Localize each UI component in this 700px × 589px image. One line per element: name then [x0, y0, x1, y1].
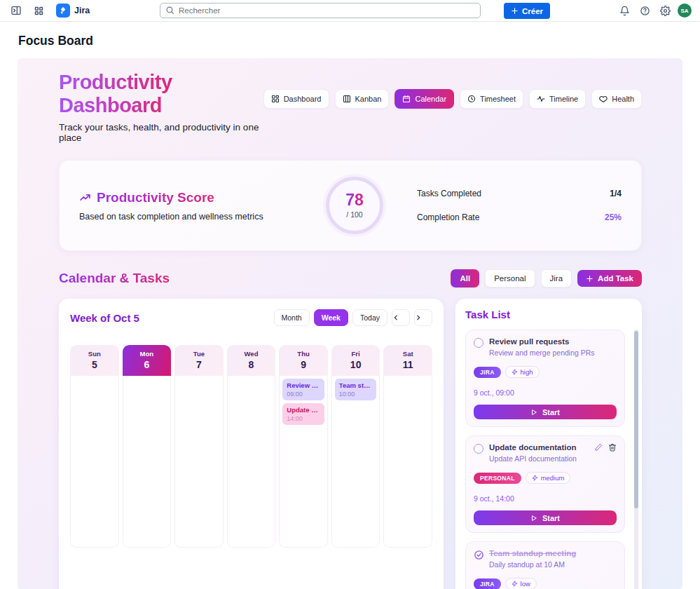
calendar-event[interactable]: Review pull requests 09:00: [282, 379, 324, 400]
event-title: Team standup meeting: [339, 381, 373, 389]
event-time: 10:00: [339, 391, 373, 398]
dashboard-container: Productivity Dashboard Track your tasks,…: [18, 58, 682, 589]
prev-week-button[interactable]: [392, 309, 410, 326]
day-column-thu: Thu 9 Review pull requests 09:00 Update …: [279, 345, 328, 548]
task-priority-badge: low: [505, 578, 537, 589]
next-week-button[interactable]: [414, 309, 432, 326]
day-column-wed: Wed 8: [227, 345, 276, 548]
day-number: 9: [279, 359, 328, 370]
tab-dashboard[interactable]: Dashboard: [263, 89, 329, 109]
day-body[interactable]: Review pull requests 09:00 Update docume…: [279, 376, 328, 548]
add-task-label: Add Task: [598, 274, 633, 283]
view-month-button[interactable]: Month: [274, 309, 310, 326]
task-list-scroll-area[interactable]: Review pull requests Review and merge pe…: [465, 330, 632, 589]
chevron-right-icon: [415, 314, 432, 321]
score-title: Productivity Score: [97, 190, 214, 205]
day-body[interactable]: Team standup meeting 10:00: [331, 376, 380, 548]
page-title: Focus Board: [18, 34, 700, 48]
help-button[interactable]: [637, 3, 652, 18]
start-label: Start: [542, 514, 560, 522]
day-number: 6: [123, 359, 172, 370]
calendar-event[interactable]: Team standup meeting 10:00: [335, 379, 377, 400]
day-body[interactable]: [123, 376, 172, 548]
day-header[interactable]: Fri 10: [331, 345, 380, 376]
metric-value: 1/4: [610, 189, 622, 198]
filter-jira[interactable]: Jira: [541, 269, 572, 287]
productivity-score-card: Productivity Score Based on task complet…: [59, 160, 642, 251]
plus-icon: [586, 275, 593, 283]
tab-label: Kanban: [355, 95, 382, 103]
day-header[interactable]: Tue 7: [174, 345, 224, 376]
help-icon: [640, 6, 650, 16]
user-avatar[interactable]: SA: [678, 4, 692, 18]
jira-home-link[interactable]: Jira: [53, 2, 92, 19]
task-title: Team standup meeting: [489, 549, 617, 557]
task-list-scrollbar-track[interactable]: [634, 330, 638, 589]
task-checkbox[interactable]: [474, 444, 483, 454]
task-priority-badge: medium: [526, 472, 571, 484]
event-title: Review pull requests: [287, 381, 320, 389]
day-column-fri: Fri 10 Team standup meeting 10:00: [331, 345, 380, 548]
settings-button[interactable]: [657, 3, 673, 18]
tab-timeline[interactable]: Timeline: [529, 89, 586, 109]
tab-label: Timesheet: [480, 95, 516, 103]
edit-task-button[interactable]: [594, 443, 603, 463]
activity-icon: [537, 95, 545, 103]
dashboard-title: Productivity Dashboard: [59, 71, 263, 117]
app-switcher-button[interactable]: [31, 3, 46, 18]
start-task-button[interactable]: Start: [474, 510, 617, 525]
day-name: Mon: [123, 350, 172, 358]
day-header[interactable]: Sat 11: [383, 345, 432, 376]
priority-label: high: [521, 368, 533, 376]
day-header[interactable]: Thu 9: [279, 345, 328, 376]
filter-all[interactable]: All: [451, 269, 479, 287]
tab-health[interactable]: Health: [591, 89, 642, 109]
tab-label: Dashboard: [284, 95, 322, 103]
view-week-button[interactable]: Week: [314, 309, 348, 326]
task-checkbox-checked[interactable]: [474, 550, 483, 560]
global-search: [160, 3, 481, 18]
day-name: Thu: [279, 350, 328, 358]
day-body[interactable]: [383, 376, 432, 548]
check-circle-icon: [474, 550, 483, 560]
task-date: 9 oct., 09:00: [474, 388, 617, 397]
sidebar-toggle-button[interactable]: [8, 3, 24, 18]
day-column-sat: Sat 11: [383, 345, 432, 548]
calendar-card: Week of Oct 5 Month Week Today Sun: [59, 299, 444, 589]
score-subtitle: Based on task completion and wellness me…: [79, 212, 326, 222]
day-body[interactable]: [70, 376, 119, 548]
create-button-label: Créer: [522, 7, 543, 15]
add-task-button[interactable]: Add Task: [577, 270, 642, 287]
filter-personal[interactable]: Personal: [485, 269, 535, 287]
week-title: Week of Oct 5: [70, 312, 139, 324]
event-time: 09:00: [287, 391, 320, 398]
task-checkbox[interactable]: [474, 338, 483, 348]
task-tag-badge: PERSONAL: [474, 473, 521, 484]
search-input[interactable]: [160, 3, 481, 18]
task-description: Review and merge pending PRs: [489, 348, 617, 357]
task-tag-badge: JIRA: [474, 367, 501, 378]
task-priority-badge: high: [505, 366, 540, 378]
start-task-button[interactable]: Start: [474, 405, 617, 419]
day-header[interactable]: Sun 5: [70, 345, 119, 376]
day-column-mon: Mon 6: [123, 345, 172, 548]
day-header[interactable]: Wed 8: [227, 345, 276, 376]
day-column-tue: Tue 7: [174, 345, 224, 548]
notifications-button[interactable]: [617, 3, 632, 18]
week-grid: Sun 5 Mon 6 Tue 7: [70, 345, 432, 548]
day-header-selected[interactable]: Mon 6: [123, 345, 172, 376]
create-button[interactable]: Créer: [504, 3, 550, 19]
day-body[interactable]: [227, 376, 276, 548]
view-today-button[interactable]: Today: [352, 309, 387, 326]
delete-task-button[interactable]: [608, 443, 617, 463]
tab-timesheet[interactable]: Timesheet: [460, 89, 523, 109]
task-item: Team standup meeting Daily standup at 10…: [465, 541, 625, 589]
task-list-scrollbar-thumb[interactable]: [634, 331, 638, 508]
tab-calendar[interactable]: Calendar: [394, 89, 454, 109]
tab-kanban[interactable]: Kanban: [335, 89, 390, 109]
calendar-event[interactable]: Update documentation 14:00: [282, 403, 324, 425]
apps-grid-icon: [34, 6, 44, 16]
search-icon: [165, 6, 174, 15]
day-body[interactable]: [174, 376, 224, 548]
day-number: 10: [331, 359, 380, 370]
